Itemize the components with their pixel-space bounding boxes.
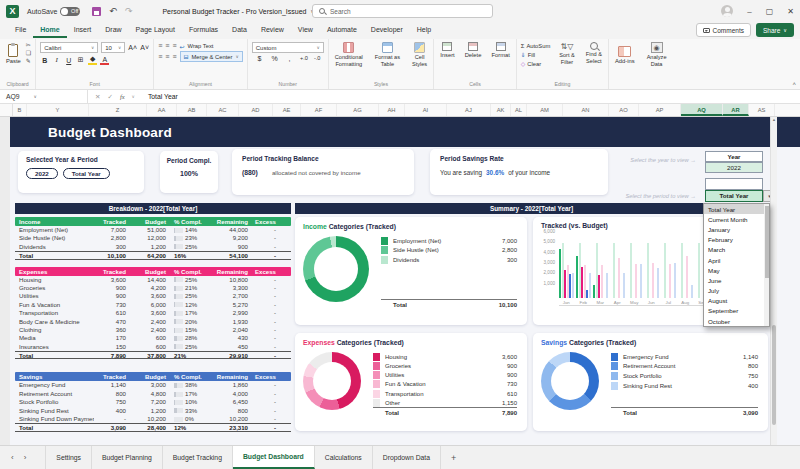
dropdown-item-september[interactable]: September [704,306,764,316]
menu-tab-page-layout[interactable]: Page Layout [129,24,182,38]
copy-icon[interactable]: ❏ [26,50,31,57]
year-header-cell[interactable]: Year [705,151,763,162]
share-button[interactable]: Share ∨ [756,23,794,37]
increase-font-icon[interactable]: A˄ [128,44,137,51]
sheet-tab-budget-dashboard[interactable]: Budget Dashboard [233,446,315,469]
period-select-cell[interactable]: Total Year [705,190,763,202]
dropdown-item-february[interactable]: February [704,235,764,245]
dropdown-item-january[interactable]: January [704,224,764,234]
column-header-AE[interactable]: AE [273,104,301,116]
wrap-text-button[interactable]: ↩Wrap Text [180,43,214,50]
font-color-icon[interactable]: A [100,56,109,65]
column-header-AG[interactable]: AG [337,104,379,116]
column-header-AQ[interactable]: AQ [681,104,723,116]
menu-tab-formulas[interactable]: Formulas [182,24,225,38]
income-donut-chart[interactable] [303,236,369,302]
vertical-scrollbar[interactable]: ▲ [770,117,777,445]
column-header-AA[interactable]: AA [147,104,177,116]
document-title[interactable]: Personal Budget Tracker - Pro Version_Is… [162,8,306,15]
scrollbar-thumb[interactable] [765,206,769,278]
insert-function-icon[interactable]: fx [120,93,125,100]
italic-button[interactable]: I [52,56,61,64]
enter-icon[interactable]: ✓ [107,93,112,101]
column-header-AO[interactable]: AO [609,104,639,116]
sheet-tab-dropdown-data[interactable]: Dropdown Data [373,446,441,469]
column-header-B[interactable]: B [13,104,27,116]
fill-button[interactable]: ⇓Fill [521,51,550,60]
column-header-AF[interactable]: AF [301,104,337,116]
user-avatar[interactable] [721,5,733,17]
sheet-tab-budget-tracking[interactable]: Budget Tracking [163,446,233,469]
bold-button[interactable]: B [40,57,49,64]
cell-styles-button[interactable]: CellStyles [410,42,429,67]
dropdown-item-april[interactable]: April [704,255,764,265]
column-header-AL[interactable]: AL [511,104,527,116]
scrollbar-thumb[interactable] [772,325,776,425]
column-header-AP[interactable]: AP [639,104,681,116]
undo-icon[interactable]: ↶ [109,6,117,16]
dropdown-item-july[interactable]: July [704,286,764,296]
delete-cells-button[interactable]: Delete [463,42,484,58]
align-top-icon[interactable]: ≡ [158,42,162,50]
analyze-data-button[interactable]: ◉AnalyzeData [645,42,669,67]
dropdown-item-october[interactable]: October [704,316,764,326]
comma-style-icon[interactable]: , [285,55,294,62]
menu-tab-automate[interactable]: Automate [320,24,364,38]
align-center-icon[interactable]: ≡ [165,53,169,61]
close-button[interactable]: ✕ [787,7,794,16]
column-header-AJ[interactable]: AJ [447,104,491,116]
align-left-icon[interactable]: ≡ [158,53,162,61]
comments-button[interactable]: Comments [696,23,751,37]
conditional-formatting-button[interactable]: ConditionalFormatting [333,42,365,67]
dropdown-scrollbar[interactable] [764,204,769,326]
select-all-corner[interactable] [0,104,13,116]
menu-tab-review[interactable]: Review [254,24,291,38]
column-header-AM[interactable]: AM [527,104,563,116]
autosave-toggle[interactable]: AutoSave Off [27,7,80,16]
sort-filter-button[interactable]: ⇅▽ Sort &Filter [557,42,577,65]
menu-tab-developer[interactable]: Developer [364,24,410,38]
column-header-AI[interactable]: AI [405,104,447,116]
column-header-AC[interactable]: AC [207,104,239,116]
cancel-icon[interactable]: ✕ [95,93,100,101]
align-middle-icon[interactable]: ≡ [165,42,169,50]
save-icon[interactable] [92,7,101,16]
insert-cells-button[interactable]: Insert [438,42,457,58]
find-select-button[interactable]: Find &Select [584,42,604,64]
savings-donut-chart[interactable] [541,352,599,410]
search-input[interactable]: Search [312,4,493,18]
format-cells-button[interactable]: Format [489,42,511,58]
merge-center-button[interactable]: ⊟Merge & Center∨ [180,51,243,62]
column-header-Z[interactable]: Z [89,104,147,116]
empty-cell[interactable] [705,178,763,190]
underline-button[interactable]: U [64,57,73,64]
format-painter-icon[interactable]: ✎ [26,58,31,65]
menu-tab-file[interactable]: File [8,24,33,38]
align-right-icon[interactable]: ≡ [172,53,176,61]
dropdown-item-current-month[interactable]: Current Month [704,214,764,224]
column-header-AH[interactable]: AH [379,104,405,116]
autosum-button[interactable]: ΣAutoSum [521,42,550,51]
decrease-decimal-icon[interactable]: -.0 [314,55,321,62]
expenses-donut-chart[interactable] [303,352,361,410]
prev-sheet-icon[interactable]: ‹ [6,453,19,462]
paste-button[interactable]: Paste [4,44,23,64]
menu-tab-draw[interactable]: Draw [98,24,128,38]
menu-tab-data[interactable]: Data [225,24,254,38]
align-bottom-icon[interactable]: ≡ [172,42,176,50]
increase-decimal-icon[interactable]: +.0 [300,55,308,62]
formula-value[interactable]: Total Year [142,93,178,100]
period-pill[interactable]: Total Year [63,168,110,179]
maximize-button[interactable]: ▢ [766,7,774,16]
year-value-cell[interactable]: 2022 [705,162,763,173]
fill-color-icon[interactable]: ◆ [88,55,97,65]
font-size-select[interactable]: 10∨ [101,42,125,53]
percent-icon[interactable]: % [270,55,279,62]
currency-icon[interactable]: $ [255,55,264,62]
dropdown-item-total-year[interactable]: Total Year [704,204,764,214]
column-header-AB[interactable]: AB [177,104,207,116]
column-header-Y[interactable]: Y [27,104,89,116]
name-box[interactable]: AQ9 ∨ [0,90,88,103]
collapse-ribbon-icon[interactable]: ˄ [792,81,796,87]
number-format-select[interactable]: Custom∨ [252,42,324,53]
